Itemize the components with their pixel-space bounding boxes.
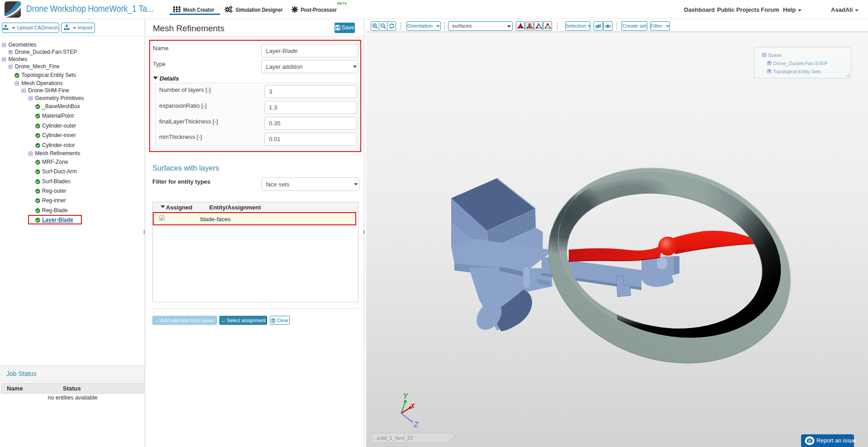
svg-text:Y: Y (403, 392, 409, 400)
svg-text:Z: Z (413, 420, 419, 429)
svg-text:X: X (410, 402, 415, 409)
